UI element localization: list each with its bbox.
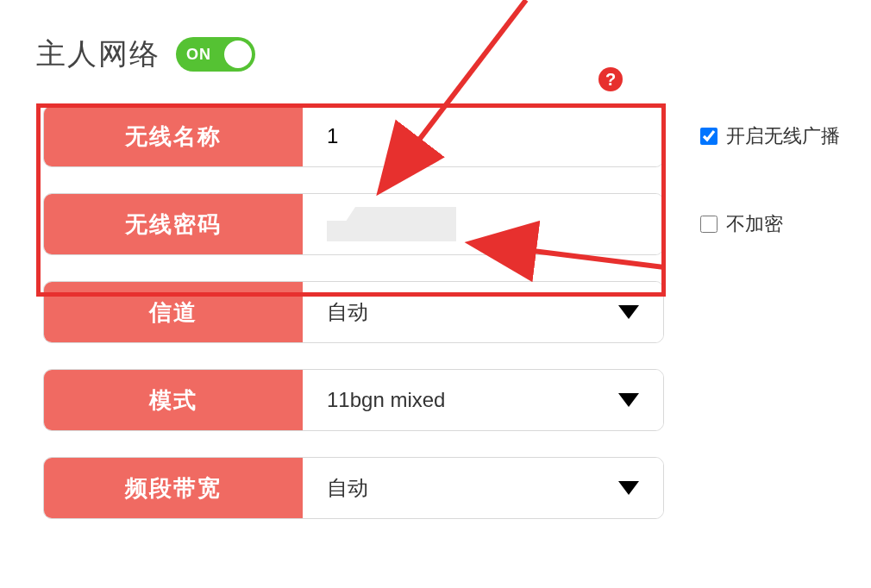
header: 主人网络 ON: [36, 34, 845, 74]
password-redacted: [327, 207, 456, 241]
network-toggle[interactable]: ON: [176, 37, 255, 72]
chevron-down-icon: [618, 305, 639, 319]
chevron-down-icon: [618, 481, 639, 495]
mode-value: 11bgn mixed: [327, 388, 445, 412]
broadcast-label: 开启无线广播: [726, 123, 840, 149]
ssid-input[interactable]: [327, 124, 639, 148]
value-ssid: [303, 106, 663, 166]
bandwidth-value: 自动: [327, 474, 368, 502]
broadcast-option[interactable]: 开启无线广播: [700, 123, 840, 149]
field-mode[interactable]: 模式 11bgn mixed: [43, 369, 664, 431]
row-ssid: 无线名称 开启无线广播: [26, 105, 845, 167]
row-password: 无线密码 不加密: [26, 193, 845, 255]
help-icon[interactable]: ?: [598, 67, 623, 91]
field-bandwidth[interactable]: 频段带宽 自动: [43, 457, 664, 519]
value-password: [303, 194, 663, 254]
chevron-down-icon: [618, 393, 639, 407]
page-title: 主人网络: [36, 34, 160, 74]
row-bandwidth: 频段带宽 自动: [26, 457, 845, 519]
toggle-knob: [224, 41, 252, 68]
no-encrypt-checkbox[interactable]: [700, 216, 717, 233]
value-mode: 11bgn mixed: [303, 370, 663, 430]
broadcast-checkbox[interactable]: [700, 128, 717, 145]
no-encrypt-option[interactable]: 不加密: [700, 211, 783, 237]
row-channel: 信道 自动: [26, 281, 845, 343]
field-ssid: 无线名称: [43, 105, 664, 167]
svg-marker-2: [618, 481, 639, 495]
svg-marker-1: [618, 393, 639, 407]
no-encrypt-label: 不加密: [726, 211, 783, 237]
field-password: 无线密码: [43, 193, 664, 255]
label-bandwidth: 频段带宽: [44, 458, 303, 518]
settings-form: 无线名称 开启无线广播 无线密码 不加密: [26, 105, 845, 519]
toggle-on-label: ON: [186, 46, 211, 64]
label-password: 无线密码: [44, 194, 303, 254]
channel-value: 自动: [327, 298, 368, 326]
svg-marker-0: [618, 305, 639, 319]
label-channel: 信道: [44, 282, 303, 342]
label-mode: 模式: [44, 370, 303, 430]
label-ssid: 无线名称: [44, 106, 303, 166]
value-bandwidth: 自动: [303, 458, 663, 518]
row-mode: 模式 11bgn mixed: [26, 369, 845, 431]
value-channel: 自动: [303, 282, 663, 342]
field-channel[interactable]: 信道 自动: [43, 281, 664, 343]
